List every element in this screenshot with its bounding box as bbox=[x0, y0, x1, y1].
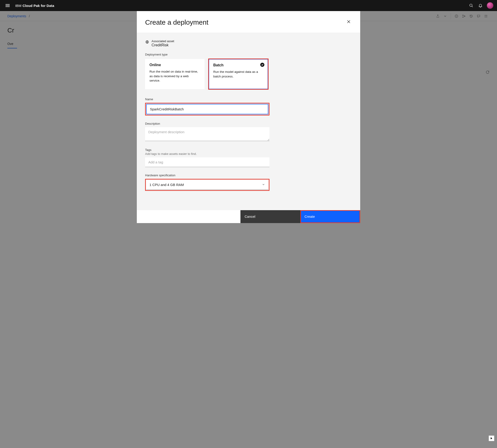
deployment-type-label: Deployment type bbox=[145, 53, 352, 56]
type-online-desc: Run the model on data in real-time, as d… bbox=[149, 69, 200, 83]
associated-asset: Associated asset CreditRisk bbox=[145, 39, 352, 47]
dialog-header: Create a deployment bbox=[137, 11, 360, 33]
hardware-select[interactable] bbox=[146, 180, 268, 190]
tags-label: Tags Add tags to make assets easier to f… bbox=[145, 148, 269, 156]
name-field: Name bbox=[145, 97, 269, 115]
type-batch-title: Batch bbox=[213, 63, 264, 67]
svg-point-0 bbox=[470, 4, 472, 6]
type-batch-desc: Run the model against data as a batch pr… bbox=[213, 70, 264, 79]
cancel-button[interactable]: Cancel bbox=[240, 210, 300, 223]
svg-marker-15 bbox=[491, 437, 492, 439]
associated-asset-label: Associated asset bbox=[152, 39, 174, 43]
asset-icon bbox=[145, 40, 149, 44]
modal-overlay: Create a deployment Associated asset Cre… bbox=[0, 11, 497, 448]
tags-label-text: Tags bbox=[145, 148, 151, 152]
check-icon bbox=[260, 63, 264, 67]
tags-hint: Add tags to make assets easier to find. bbox=[145, 152, 269, 156]
menu-icon[interactable] bbox=[4, 2, 12, 9]
tags-field: Tags Add tags to make assets easier to f… bbox=[145, 148, 269, 167]
search-icon[interactable] bbox=[466, 1, 476, 10]
dialog-title: Create a deployment bbox=[145, 18, 208, 26]
description-label: Description bbox=[145, 122, 269, 125]
dialog-body: Associated asset CreditRisk Deployment t… bbox=[137, 33, 360, 210]
dialog-footer: Cancel Create bbox=[240, 210, 360, 223]
description-field: Description bbox=[145, 122, 269, 142]
brand-title: IBM Cloud Pak for Data bbox=[15, 4, 54, 8]
deployment-type-options: Online Run the model on data in real-tim… bbox=[145, 59, 352, 89]
deployment-type-online[interactable]: Online Run the model on data in real-tim… bbox=[145, 59, 204, 89]
name-input[interactable] bbox=[146, 104, 268, 114]
create-deployment-dialog: Create a deployment Associated asset Cre… bbox=[137, 11, 360, 223]
tags-input[interactable] bbox=[145, 157, 269, 167]
hardware-field: Hardware specification bbox=[145, 174, 269, 191]
type-online-title: Online bbox=[149, 63, 200, 67]
side-panel-toggle[interactable] bbox=[489, 435, 494, 441]
name-label: Name bbox=[145, 97, 269, 101]
create-button[interactable]: Create bbox=[300, 210, 360, 223]
global-header: IBM Cloud Pak for Data bbox=[0, 0, 497, 11]
brand-bold: Cloud Pak for Data bbox=[23, 4, 54, 8]
brand-light: IBM bbox=[15, 4, 23, 8]
avatar[interactable] bbox=[487, 2, 493, 9]
associated-asset-value: CreditRisk bbox=[152, 43, 174, 47]
description-input[interactable] bbox=[145, 127, 269, 141]
deployment-type-batch[interactable]: Batch Run the model against data as a ba… bbox=[209, 59, 268, 89]
notification-icon[interactable] bbox=[476, 1, 485, 10]
close-icon[interactable] bbox=[345, 18, 352, 26]
hardware-label: Hardware specification bbox=[145, 174, 269, 177]
svg-line-1 bbox=[472, 6, 473, 7]
